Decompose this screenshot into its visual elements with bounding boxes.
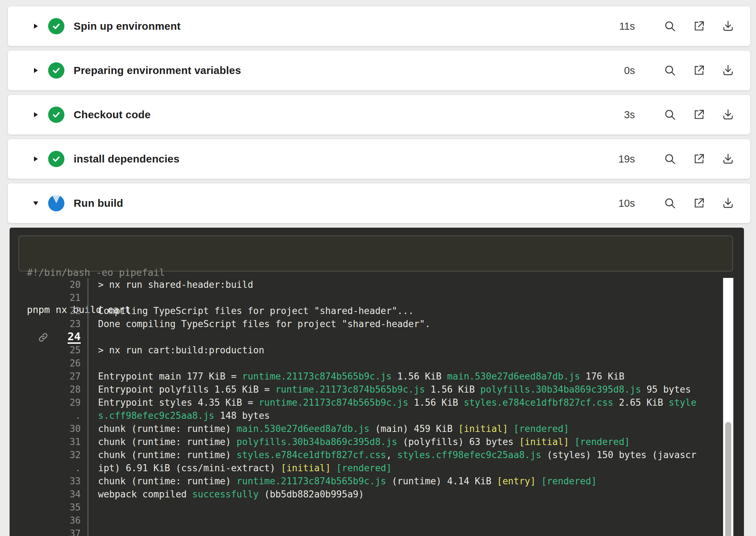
log-line: 22Compiling TypeScript files for project… [10, 304, 744, 318]
line-number[interactable]: 29 [10, 397, 81, 409]
step-label: install dependencies [74, 153, 179, 165]
chevron-right-icon[interactable] [33, 156, 39, 162]
chevron-right-icon[interactable] [33, 112, 39, 118]
link-icon[interactable] [38, 332, 49, 343]
log-line: 25> nx run cart:build:production [10, 344, 744, 357]
log-text [87, 514, 98, 527]
download-icon[interactable] [721, 196, 735, 210]
log-line: 35 [10, 501, 744, 514]
line-number[interactable]: 35 [10, 502, 81, 513]
log-text: > nx run shared-header:build [87, 278, 253, 291]
line-number[interactable]: 31 [10, 436, 81, 448]
log-line: 24 [10, 331, 744, 344]
step-duration: 11s [619, 21, 635, 32]
line-number[interactable]: 21 [10, 292, 81, 304]
status-running-icon [48, 195, 64, 211]
log-line: 23Done compiling TypeScript files for pr… [10, 318, 744, 331]
log-text: > nx run cart:build:production [87, 344, 264, 357]
log-line: 31chunk (runtime: runtime) polyfills.30b… [10, 435, 744, 449]
download-icon[interactable] [721, 108, 735, 121]
log-text [87, 331, 98, 344]
step-card-spin-up-environment[interactable]: Spin up environment 11s [8, 6, 750, 46]
log-text: chunk (runtime: runtime) polyfills.30b34… [87, 435, 630, 449]
open-in-new-icon[interactable] [692, 19, 706, 33]
log-text: chunk (runtime: runtime) runtime.21173c8… [87, 475, 597, 488]
line-number[interactable]: 20 [10, 279, 81, 291]
step-card-checkout-code[interactable]: Checkout code 3s [8, 95, 750, 135]
step-label: Preparing environment variables [74, 64, 241, 76]
log-line: .ipt) 6.91 KiB (css/mini-extract) [initi… [10, 462, 744, 475]
download-icon[interactable] [721, 64, 735, 77]
search-icon[interactable] [663, 108, 677, 121]
status-success-icon [48, 107, 64, 123]
step-duration: 0s [624, 65, 635, 76]
step-card-install-dependencies[interactable]: install dependencies 19s [8, 139, 750, 179]
log-line: 34webpack compiled successfully (bb5db88… [10, 488, 744, 501]
line-number[interactable]: . [10, 410, 81, 422]
shebang-line: #!/bin/bash -eo pipefail [27, 266, 732, 279]
log-text: ipt) 6.91 KiB (css/mini-extract) [initia… [87, 462, 392, 475]
log-line: 21 [10, 291, 744, 304]
status-success-icon [48, 18, 64, 34]
line-number[interactable]: 37 [10, 528, 81, 536]
log-text [87, 291, 98, 304]
line-number[interactable]: 22 [10, 305, 81, 317]
chevron-right-icon[interactable] [33, 67, 39, 74]
line-number[interactable]: 27 [10, 371, 81, 382]
terminal-scrollbar-thumb[interactable] [725, 422, 731, 536]
download-icon[interactable] [721, 152, 735, 166]
step-duration: 10s [618, 198, 635, 209]
search-icon[interactable] [663, 152, 677, 166]
line-number[interactable]: 30 [10, 423, 81, 435]
download-icon[interactable] [721, 19, 735, 33]
step-card-preparing-environment-variables[interactable]: Preparing environment variables 0s [8, 51, 750, 90]
log-text: s.cff98efec9c25aa8.js 148 bytes [87, 409, 270, 422]
line-number[interactable]: 23 [10, 318, 81, 330]
line-number[interactable]: 25 [10, 344, 81, 356]
step-card-run-build[interactable]: Run build 10s [8, 183, 750, 223]
log-text: Entrypoint polyfills 1.65 KiB = runtime.… [87, 383, 691, 396]
log-text: Entrypoint main 177 KiB = runtime.21173c… [87, 370, 624, 383]
open-in-new-icon[interactable] [692, 196, 706, 210]
line-number[interactable]: 33 [10, 475, 81, 487]
line-number[interactable]: . [10, 462, 81, 474]
log-line: 37 [10, 527, 744, 536]
log-text: Compiling TypeScript files for project "… [87, 304, 414, 318]
line-number[interactable]: 26 [10, 358, 81, 369]
log-line: 36 [10, 514, 744, 527]
open-in-new-icon[interactable] [692, 64, 706, 77]
build-steps-page: Spin up environment 11s Preparing enviro… [0, 0, 756, 536]
log-text: Entrypoint styles 4.35 KiB = runtime.211… [87, 396, 697, 409]
log-line: 32chunk (runtime: runtime) styles.e784ce… [10, 449, 744, 462]
log-line: 33chunk (runtime: runtime) runtime.21173… [10, 475, 744, 488]
search-icon[interactable] [663, 196, 677, 210]
log-text: webpack compiled successfully (bb5db882a… [87, 488, 364, 501]
line-number[interactable]: 32 [10, 449, 81, 461]
step-label: Checkout code [74, 109, 151, 121]
log-text [87, 357, 98, 370]
line-number[interactable]: 28 [10, 384, 81, 395]
terminal-scrollbar-track[interactable] [723, 278, 733, 536]
log-line: 30chunk (runtime: runtime) main.530e27d6… [10, 422, 744, 435]
search-icon[interactable] [663, 64, 677, 77]
log-line: 26 [10, 357, 744, 370]
log-line: 28Entrypoint polyfills 1.65 KiB = runtim… [10, 383, 744, 396]
log-text [87, 501, 98, 514]
line-number[interactable]: 36 [10, 515, 81, 526]
log-line: 20> nx run shared-header:build [10, 278, 744, 291]
open-in-new-icon[interactable] [692, 152, 706, 166]
log-text: Done compiling TypeScript files for proj… [87, 318, 430, 331]
search-icon[interactable] [663, 19, 677, 33]
log-line: 27Entrypoint main 177 KiB = runtime.2117… [10, 370, 744, 383]
step-label: Run build [74, 197, 123, 209]
chevron-down-icon[interactable] [33, 200, 39, 206]
status-success-icon [48, 62, 64, 79]
line-number[interactable]: 34 [10, 489, 81, 500]
log-text [87, 527, 98, 536]
chevron-right-icon[interactable] [33, 23, 39, 29]
log-lines: 20> nx run shared-header:build2122Compil… [10, 278, 744, 536]
step-label: Spin up environment [74, 20, 181, 32]
step-duration: 19s [618, 153, 635, 165]
step-duration: 3s [624, 109, 635, 121]
open-in-new-icon[interactable] [692, 108, 706, 121]
